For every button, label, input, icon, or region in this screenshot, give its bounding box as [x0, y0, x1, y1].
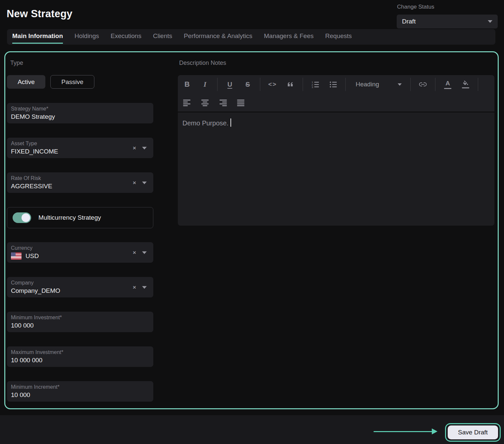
toggle-knob-icon: [22, 213, 30, 222]
toolbar-divider: [435, 78, 435, 91]
us-flag-icon: [11, 252, 22, 260]
chevron-down-icon[interactable]: [142, 286, 147, 289]
tab-bar: Main Information Holdings Executions Cli…: [7, 29, 495, 45]
rate-of-risk-value: AGGRESSIVE: [11, 183, 149, 190]
chevron-down-icon[interactable]: [142, 251, 147, 254]
clear-icon[interactable]: ×: [133, 250, 136, 255]
change-status-label: Change Status: [397, 4, 434, 10]
main-information-panel: Type Active Passive Strategy Name* DEMO …: [4, 51, 499, 409]
clear-icon[interactable]: ×: [133, 285, 136, 290]
type-active-button[interactable]: Active: [7, 75, 45, 89]
fill-color-swatch: [462, 87, 469, 88]
type-passive-button[interactable]: Passive: [50, 75, 94, 89]
company-value: Company_DEMO: [11, 287, 149, 294]
link-button[interactable]: [414, 75, 432, 94]
multicurrency-toggle[interactable]: [13, 212, 31, 223]
chevron-down-icon[interactable]: [142, 147, 147, 150]
status-dropdown[interactable]: Draft: [397, 15, 498, 28]
toolbar-divider: [345, 78, 346, 91]
toolbar-divider: [260, 78, 260, 91]
tab-executions[interactable]: Executions: [111, 29, 141, 44]
maximum-investment-value: 10 000 000: [11, 357, 149, 364]
clear-icon[interactable]: ×: [133, 145, 136, 151]
tab-requests[interactable]: Requests: [325, 29, 352, 44]
page-title: New Strategy: [7, 8, 73, 20]
new-strategy-page: New Strategy Change Status Draft Main In…: [0, 0, 504, 444]
chevron-down-icon: [398, 83, 402, 86]
company-label: Company: [11, 280, 149, 286]
minimum-increment-label: Minimum Increment*: [11, 384, 149, 390]
toolbar-divider: [478, 78, 478, 91]
tab-clients[interactable]: Clients: [153, 29, 172, 44]
tab-holdings[interactable]: Holdings: [75, 29, 99, 44]
asset-type-value: FIXED_INCOME: [11, 148, 149, 155]
italic-button[interactable]: I: [196, 75, 214, 94]
chevron-down-icon: [488, 20, 492, 23]
bold-button[interactable]: B: [178, 75, 196, 94]
minimum-investment-value: 100 000: [11, 322, 149, 329]
chevron-down-icon[interactable]: [142, 182, 147, 184]
save-draft-button[interactable]: Save Draft: [448, 425, 498, 439]
ordered-list-button[interactable]: 123: [306, 75, 324, 94]
editor-content: Demo Purpose.: [182, 119, 228, 127]
code-button[interactable]: <>: [264, 75, 281, 94]
multicurrency-row: Multicurrency Strategy: [7, 207, 153, 228]
company-dropdown[interactable]: Company Company_DEMO ×: [7, 277, 153, 297]
rate-of-risk-dropdown[interactable]: Rate Of Risk AGGRESSIVE ×: [7, 172, 153, 193]
highlight-arrow-head-icon: [432, 428, 437, 434]
rate-of-risk-label: Rate Of Risk: [11, 175, 149, 181]
strategy-name-field[interactable]: Strategy Name* DEMO Strategy: [7, 103, 153, 123]
clear-icon[interactable]: ×: [133, 180, 136, 186]
toolbar-divider: [217, 78, 218, 91]
description-notes-section: Description Notes B I U S <> 123: [178, 60, 494, 226]
text-color-button[interactable]: A: [439, 75, 457, 94]
maximum-investment-field[interactable]: Maximum Investment* 10 000 000: [7, 346, 153, 367]
multicurrency-label: Multicurrency Strategy: [38, 214, 101, 221]
strategy-name-label: Strategy Name*: [11, 106, 149, 112]
currency-value: USD: [25, 252, 39, 260]
tab-performance-analytics[interactable]: Performance & Analytics: [184, 29, 252, 44]
align-justify-button[interactable]: [232, 94, 250, 111]
tab-managers-fees[interactable]: Managers & Fees: [264, 29, 314, 44]
minimum-investment-label: Minimum Investment*: [11, 315, 149, 321]
minimum-increment-field[interactable]: Minimum Increment* 10 000: [7, 381, 153, 402]
status-value: Draft: [402, 18, 416, 25]
strikethrough-button[interactable]: S: [239, 75, 257, 94]
strategy-name-value: DEMO Strategy: [11, 113, 149, 120]
editor-toolbar: B I U S <> 123: [178, 75, 494, 111]
currency-dropdown[interactable]: Currency USD ×: [7, 242, 153, 263]
type-toggle-group: Active Passive: [7, 75, 153, 89]
svg-text:3: 3: [312, 86, 313, 88]
align-left-button[interactable]: [178, 94, 196, 111]
align-center-button[interactable]: [196, 94, 214, 111]
minimum-increment-value: 10 000: [11, 391, 149, 399]
text-color-swatch: [444, 88, 451, 89]
footer-bar: [0, 415, 504, 444]
tab-main-information[interactable]: Main Information: [12, 29, 63, 44]
blockquote-button[interactable]: [281, 75, 299, 94]
fill-color-button[interactable]: [457, 75, 475, 94]
toolbar-row-1: B I U S <> 123: [178, 75, 494, 94]
asset-type-dropdown[interactable]: Asset Type FIXED_INCOME ×: [7, 138, 153, 158]
description-notes-editor[interactable]: Demo Purpose.: [178, 112, 494, 226]
text-cursor: [230, 118, 231, 127]
currency-label: Currency: [11, 245, 149, 251]
description-notes-label: Description Notes: [179, 60, 494, 67]
bullet-list-button[interactable]: [324, 75, 342, 94]
type-label: Type: [10, 60, 153, 67]
minimum-investment-field[interactable]: Minimum Investment* 100 000: [7, 312, 153, 332]
heading-label: Heading: [356, 81, 379, 88]
toolbar-divider: [410, 78, 411, 91]
align-right-button[interactable]: [214, 94, 232, 111]
underline-button[interactable]: U: [221, 75, 239, 94]
toolbar-row-2: [178, 94, 494, 111]
maximum-investment-label: Maximum Investment*: [11, 349, 149, 355]
highlight-arrow-line: [374, 431, 432, 432]
asset-type-label: Asset Type: [11, 141, 149, 147]
form-left-column: Type Active Passive Strategy Name* DEMO …: [7, 60, 153, 402]
toolbar-divider: [303, 78, 303, 91]
heading-dropdown[interactable]: Heading: [349, 75, 407, 94]
text-color-glyph: A: [445, 80, 450, 87]
